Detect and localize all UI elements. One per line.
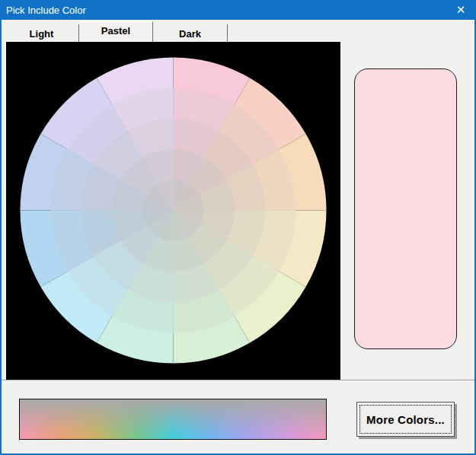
titlebar: Pick Include Color ✕ (0, 0, 476, 20)
more-colors-label: More Colors... (366, 413, 445, 426)
color-wheel[interactable] (6, 42, 340, 380)
selected-color-preview (354, 68, 457, 349)
pick-include-color-dialog: Pick Include Color ✕ Light Pastel Dark M… (0, 0, 476, 455)
tab-bar: Light Pastel Dark (5, 21, 228, 43)
tab-dark[interactable]: Dark (153, 24, 228, 43)
tab-light-label: Light (30, 28, 54, 40)
spectrum-bar[interactable] (19, 399, 327, 440)
tab-light[interactable]: Light (5, 24, 79, 43)
tab-pastel-label: Pastel (101, 25, 130, 37)
window-title: Pick Include Color (0, 5, 446, 16)
close-icon: ✕ (456, 3, 466, 17)
close-button[interactable]: ✕ (446, 0, 476, 20)
wheel-panel (6, 42, 340, 380)
more-colors-button[interactable]: More Colors... (356, 402, 455, 437)
tab-dark-label: Dark (179, 28, 201, 40)
tab-pastel[interactable]: Pastel (79, 21, 153, 43)
section-divider (2, 380, 474, 381)
